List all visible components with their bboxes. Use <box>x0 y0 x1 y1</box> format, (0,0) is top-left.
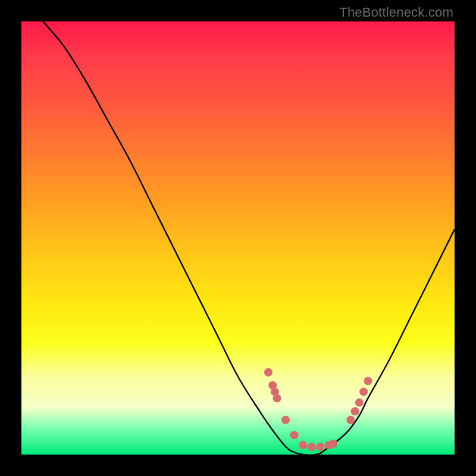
marker-point <box>364 377 372 385</box>
watermark-label: TheBottleneck.com <box>339 5 453 20</box>
marker-point <box>281 416 290 424</box>
curve-layer <box>21 21 455 455</box>
marker-point <box>273 394 281 402</box>
marker-point <box>355 399 364 407</box>
marker-point <box>264 368 273 377</box>
marker-point <box>290 431 299 439</box>
marker-point <box>351 407 359 415</box>
bottleneck-curve <box>43 21 455 455</box>
marker-point <box>359 387 368 396</box>
marker-point <box>329 440 337 448</box>
marker-point <box>346 416 355 424</box>
marker-point <box>308 443 316 451</box>
marker-point <box>299 441 307 449</box>
plot-area <box>21 21 455 455</box>
highlight-markers <box>264 368 372 451</box>
marker-point <box>316 443 324 451</box>
chart-container: TheBottleneck.com <box>0 0 476 476</box>
